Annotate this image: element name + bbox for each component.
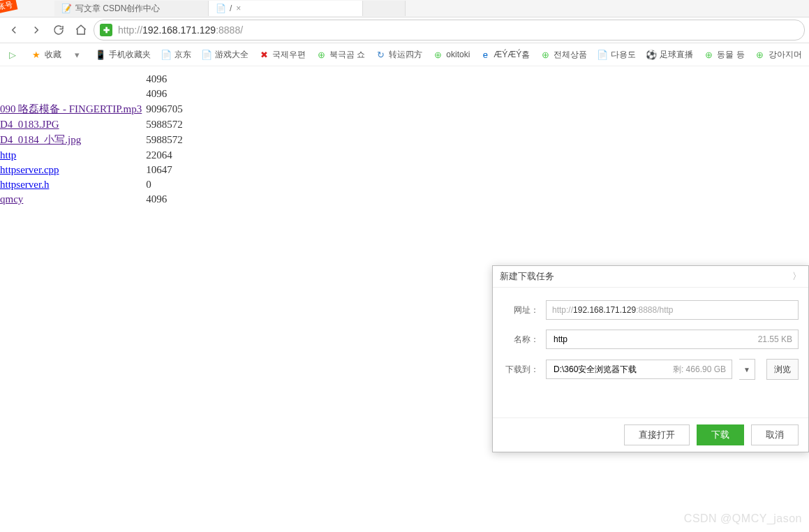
download-name-input[interactable]	[552, 334, 758, 345]
browser-tab[interactable]: 📄/×	[209, 1, 363, 16]
download-path-input[interactable]	[552, 364, 673, 375]
table-row: httpserver.h0	[0, 177, 187, 192]
bookmark-item[interactable]: ✖국제우편	[254, 49, 310, 61]
bookmark-icon: ✖	[258, 49, 269, 60]
bookmark-item[interactable]: ▷	[3, 49, 25, 60]
bookmark-icon: ⊕	[432, 49, 443, 60]
file-size: 4096	[146, 72, 187, 87]
file-link[interactable]: 090 咯磊模备 - FINGERTIP.mp3	[0, 103, 142, 114]
watermark: CSDN @QMCY_jason	[684, 512, 802, 525]
tab-close-icon[interactable]: ×	[236, 3, 241, 13]
bookmark-icon: ▷	[7, 49, 18, 60]
table-row: D4_0183.JPG5988572	[0, 117, 187, 132]
bookmark-label: 전체상품	[554, 49, 587, 61]
file-size: 5988572	[146, 117, 187, 132]
bookmark-label: 강아지머	[769, 49, 802, 61]
bookmark-label: 转运四方	[389, 49, 422, 61]
bookmark-item[interactable]: ▾	[67, 49, 89, 60]
tab-label: 写文章 CSDN创作中心	[75, 3, 160, 15]
browser-nav-bar: ✚ http://192.168.171.129:8888/	[0, 17, 809, 43]
browser-tab[interactable]: 📝写文章 CSDN创作中心	[54, 1, 209, 16]
open-directly-button[interactable]: 直接打开	[624, 424, 690, 445]
name-label: 名称：	[503, 334, 539, 346]
dialog-title: 新建下载任务	[500, 270, 554, 283]
tab-icon: 📄	[216, 3, 225, 13]
bookmark-item[interactable]: 📱手机收藏夹	[91, 49, 155, 61]
url-bar[interactable]: ✚ http://192.168.171.129:8888/	[94, 20, 805, 40]
bookmark-item[interactable]: ↻转运四方	[371, 49, 426, 61]
download-name-field[interactable]: 21.55 KB	[546, 330, 799, 349]
dialog-titlebar: 新建下载任务 〉	[493, 266, 808, 288]
table-row: qmcy4096	[0, 192, 187, 207]
bookmark-item[interactable]: 📄다용도	[593, 49, 640, 61]
bookmark-icon: 📄	[161, 49, 172, 60]
download-button[interactable]: 下载	[697, 424, 744, 445]
table-row: 4096	[0, 87, 187, 101]
file-size: 5988572	[146, 132, 187, 148]
bookmark-icon: ★	[31, 49, 42, 60]
bookmark-item[interactable]: ⊕북극곰 쇼	[311, 49, 369, 61]
file-link[interactable]: D4_0184_小写.jpg	[0, 134, 81, 145]
browser-tab[interactable]	[363, 1, 406, 16]
tab-label: /	[230, 3, 232, 13]
download-url-field[interactable]: http://192.168.171.129:8888/http	[546, 300, 799, 320]
bookmark-label: 국제우편	[272, 49, 306, 61]
url-text: http://192.168.171.129:8888/	[118, 24, 243, 36]
bookmark-item[interactable]: ⊕동물 등	[699, 49, 748, 61]
bookmark-item[interactable]: ⚽足球直播	[641, 49, 697, 61]
table-row: D4_0184_小写.jpg5988572	[0, 132, 187, 148]
bookmark-icon: ↻	[375, 49, 386, 60]
browse-button[interactable]: 浏览	[766, 359, 799, 380]
bookmark-label: 京东	[175, 49, 191, 61]
bookmark-item[interactable]: ⊕okitoki	[428, 49, 474, 60]
tab-icon	[370, 3, 380, 13]
bookmark-item[interactable]: ⊕강아지머	[750, 49, 806, 61]
nav-refresh-button[interactable]	[49, 20, 68, 40]
file-size: 0	[146, 177, 187, 192]
bookmark-icon: ⊕	[755, 49, 766, 60]
file-link[interactable]: httpserver.cpp	[0, 164, 59, 175]
file-link[interactable]: qmcy	[0, 193, 23, 205]
bookmark-item[interactable]: ★收藏	[27, 49, 66, 61]
download-dialog: 新建下载任务 〉 网址： http://192.168.171.129:8888…	[492, 265, 809, 452]
close-icon[interactable]: 〉	[792, 270, 801, 283]
bookmark-icon: ▾	[71, 49, 82, 60]
file-size: 9096705	[146, 101, 187, 117]
download-path-field[interactable]: 剩: 466.90 GB	[546, 360, 732, 379]
table-row: http22064	[0, 148, 187, 163]
page-content: 40964096090 咯磊模备 - FINGERTIP.mp39096705D…	[0, 66, 809, 207]
bookmark-icon: ⚽	[646, 49, 657, 60]
bookmark-icon: 📱	[95, 49, 106, 60]
bookmark-icon: ⊕	[540, 49, 551, 60]
bookmark-icon: ⊕	[316, 49, 327, 60]
bookmark-item[interactable]: 📄京东	[156, 49, 195, 61]
cancel-button[interactable]: 取消	[751, 424, 799, 445]
bookmark-item[interactable]: 📄游戏大全	[197, 49, 253, 61]
nav-forward-button[interactable]	[27, 20, 46, 40]
file-size: 4096	[146, 87, 187, 101]
nav-back-button[interactable]	[4, 20, 24, 40]
bookmark-item[interactable]: eÆÝÆÝ홈	[475, 49, 534, 61]
bookmark-icon: 📄	[597, 49, 608, 60]
bookmark-label: 足球直播	[660, 49, 693, 61]
bookmark-icon: e	[480, 49, 491, 60]
nav-home-button[interactable]	[71, 20, 91, 40]
file-link[interactable]: D4_0183.JPG	[0, 119, 59, 130]
table-row: 4096	[0, 72, 187, 87]
path-dropdown-button[interactable]: ▼	[739, 359, 755, 380]
path-label: 下载到：	[503, 364, 539, 376]
table-row: httpserver.cpp10647	[0, 163, 187, 177]
table-row: 090 咯磊模备 - FINGERTIP.mp39096705	[0, 101, 187, 117]
file-listing-table: 40964096090 咯磊模备 - FINGERTIP.mp39096705D…	[0, 72, 187, 207]
file-size: 22064	[146, 148, 187, 163]
bookmark-label: 游戏大全	[215, 49, 248, 61]
bookmark-icon: 📄	[201, 49, 212, 60]
tab-icon: 📝	[61, 3, 71, 13]
file-link[interactable]: http	[0, 149, 16, 161]
file-link[interactable]: httpserver.h	[0, 179, 49, 190]
bookmark-item[interactable]: ⊕전체상품	[535, 49, 591, 61]
bookmark-label: ÆÝÆÝ홈	[493, 49, 530, 61]
bookmark-icon: ⊕	[703, 49, 714, 60]
shield-icon: ✚	[100, 24, 112, 36]
browser-tab-bar: 📝写文章 CSDN创作中心📄/×	[0, 0, 809, 17]
